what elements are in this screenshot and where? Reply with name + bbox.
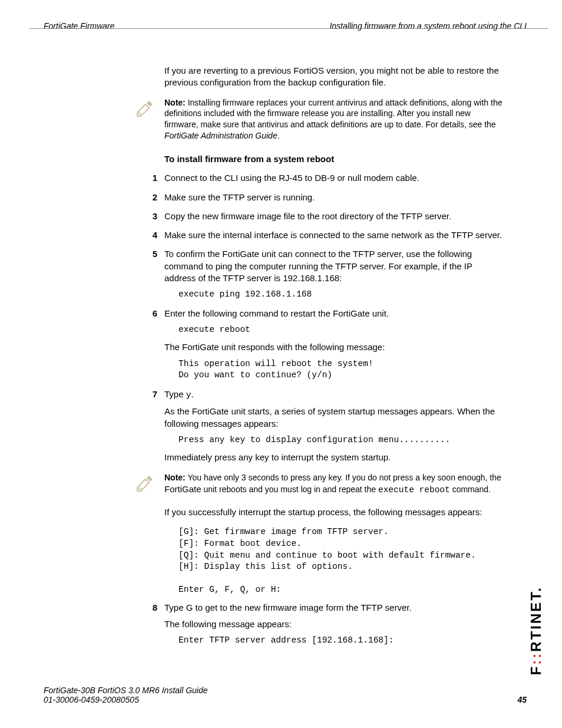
step-5: 5 To confirm the FortiGate unit can conn… — [164, 248, 506, 300]
note-block-2: Note: You have only 3 seconds to press a… — [164, 472, 506, 496]
step-5-code: execute ping 192.168.1.168 — [178, 289, 506, 301]
note-pencil-icon — [135, 97, 156, 118]
menu-code: [G]: Get firmware image from TFTP server… — [178, 526, 506, 595]
intro-paragraph: If you are reverting to a previous Forti… — [164, 65, 506, 89]
header-right: Installing firmware from a system reboot… — [329, 21, 527, 31]
step-5-text: To confirm the FortiGate unit can connec… — [164, 248, 506, 284]
footer-line1: FortiGate-30B FortiOS 3.0 MR6 Install Gu… — [44, 686, 208, 695]
note-block-1: Note: Installing firmware replaces your … — [164, 97, 506, 142]
step-3: 3 Copy the new firmware image file to th… — [164, 210, 506, 222]
step-8-num: 8 — [141, 602, 157, 614]
step-5-num: 5 — [141, 248, 157, 260]
note-pencil-icon — [135, 472, 156, 493]
step-7-lead: Type y. — [164, 388, 506, 401]
step-4-text: Make sure the internal interface is conn… — [164, 229, 506, 241]
header-left: FortiGate Firmware — [44, 21, 115, 31]
step-7: 7 Type y. As the FortiGate unit starts, … — [164, 388, 506, 464]
step-6-num: 6 — [141, 308, 157, 319]
step-7-code: Press any key to display configuration m… — [178, 434, 506, 446]
step-8: 8 Type G to get to the new firmware imag… — [164, 602, 506, 647]
step-7-p1: As the FortiGate unit starts, a series o… — [164, 406, 506, 430]
after-note2: If you successfully interrupt the startu… — [164, 506, 506, 518]
step-7-num: 7 — [141, 388, 157, 400]
step-1-num: 1 — [141, 172, 157, 184]
step-8-text: Type G to get to the new firmware image … — [164, 602, 506, 614]
step-1: 1 Connect to the CLI using the RJ-45 to … — [164, 172, 506, 184]
step-4: 4 Make sure the internal interface is co… — [164, 229, 506, 241]
step-3-text: Copy the new firmware image file to the … — [164, 210, 506, 222]
step-2-text: Make sure the TFTP server is running. — [164, 192, 506, 203]
note-1-text: Note: Installing firmware replaces your … — [164, 97, 506, 142]
step-8-p1: The following message appears: — [164, 618, 506, 630]
step-6-code: execute reboot — [178, 324, 506, 336]
fortinet-logo: F::RTINET. — [528, 586, 544, 675]
note-2-text: Note: You have only 3 seconds to press a… — [164, 472, 506, 496]
step-6-text: Enter the following command to restart t… — [164, 308, 506, 319]
step-7-p2: Immediately press any key to interrupt t… — [164, 452, 506, 463]
section-heading: To install firmware from a system reboot — [164, 153, 506, 165]
step-8-code: Enter TFTP server address [192.168.1.168… — [178, 635, 506, 647]
page-number: 45 — [517, 695, 527, 704]
step-2-num: 2 — [141, 192, 157, 203]
step-6-code2: This operation will reboot the system! D… — [178, 358, 506, 381]
step-6: 6 Enter the following command to restart… — [164, 308, 506, 381]
header-rule — [29, 28, 548, 29]
note-1-label: Note: — [164, 98, 186, 107]
step-2: 2 Make sure the TFTP server is running. — [164, 192, 506, 203]
step-6-after: The FortiGate unit responds with the fol… — [164, 341, 506, 353]
step-4-num: 4 — [141, 229, 157, 241]
footer-line2: 01-30006-0459-20080505 — [44, 695, 208, 704]
step-3-num: 3 — [141, 210, 157, 222]
step-1-text: Connect to the CLI using the RJ-45 to DB… — [164, 172, 506, 184]
page-footer: FortiGate-30B FortiOS 3.0 MR6 Install Gu… — [44, 686, 527, 704]
